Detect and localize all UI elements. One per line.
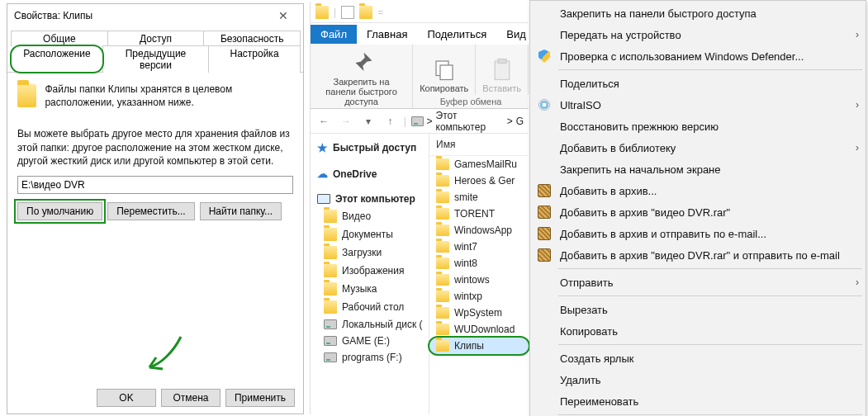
file-name: wintows: [454, 274, 490, 286]
pin-icon: [348, 50, 376, 75]
ctx-restore[interactable]: Восстановить прежнюю версию: [530, 116, 866, 137]
nav-this-pc[interactable]: Этот компьютер: [311, 191, 429, 207]
ribbon-pin-group[interactable]: Закрепить на панели быстрого доступа: [311, 45, 413, 108]
ctx-shortcut[interactable]: Создать ярлык: [530, 347, 866, 369]
file-row[interactable]: wint8: [429, 255, 529, 272]
location-path-input[interactable]: [17, 176, 293, 194]
folder-icon: [324, 300, 337, 314]
ctx-pin-start[interactable]: Закрепить на начальном экране: [530, 158, 866, 180]
folder-icon: [436, 175, 449, 187]
dialog-titlebar[interactable]: Свойства: Клипы ✕: [7, 4, 303, 27]
nav-music[interactable]: Музыка: [311, 280, 429, 298]
ctx-rename[interactable]: Переименовать: [530, 390, 866, 412]
cloud-icon: ☁: [317, 168, 328, 180]
move-button[interactable]: Переместить...: [107, 202, 195, 220]
file-row[interactable]: WindowsApp: [429, 222, 529, 239]
ctx-archive-named[interactable]: Добавить в архив "видео DVR.rar": [530, 201, 866, 223]
breadcrumb-root[interactable]: Этот компьютер: [436, 110, 504, 133]
folder-icon: [17, 84, 36, 107]
archive-icon: [538, 248, 551, 262]
ctx-defender[interactable]: Проверка с использованием Windows Defend…: [530, 45, 866, 67]
file-name: Heroes & Ger: [454, 175, 515, 187]
copy-icon: [430, 57, 458, 82]
nav-downloads[interactable]: Загрузки: [311, 243, 429, 262]
tab-general[interactable]: Общие: [11, 31, 108, 46]
tab-customize[interactable]: Настройка: [208, 45, 301, 73]
chevron-right-icon: ›: [856, 142, 859, 154]
ctx-share[interactable]: Поделиться: [530, 73, 866, 94]
ctx-archive[interactable]: Добавить в архив...: [530, 180, 866, 201]
ribbon-tab-file[interactable]: Файл: [311, 25, 357, 44]
file-row[interactable]: GamesMailRu: [429, 156, 529, 173]
file-row[interactable]: Клипы: [429, 338, 529, 354]
column-header-name[interactable]: Имя: [429, 134, 529, 156]
tab-location[interactable]: Расположение: [11, 45, 103, 73]
ok-button[interactable]: OK: [97, 389, 156, 407]
ribbon-tab-share[interactable]: Поделиться: [417, 25, 496, 44]
file-row[interactable]: WpSystem: [429, 305, 529, 321]
nav-documents[interactable]: Документы: [311, 225, 429, 243]
ctx-library[interactable]: Добавить в библиотеку›: [530, 137, 866, 158]
file-row[interactable]: TORENT: [429, 206, 529, 222]
navigation-pane: ★Быстрый доступ ☁OneDrive Этот компьютер…: [311, 134, 429, 414]
nav-local-disk[interactable]: Локальный диск (: [311, 316, 429, 333]
file-row[interactable]: wint7: [429, 239, 529, 255]
up-button[interactable]: ↑: [382, 112, 399, 130]
ribbon-tab-home[interactable]: Главная: [357, 25, 417, 44]
file-row[interactable]: Heroes & Ger: [429, 173, 529, 189]
file-row[interactable]: smite: [429, 189, 529, 206]
tab-security[interactable]: Безопасность: [203, 31, 301, 46]
ctx-cut[interactable]: Вырезать: [530, 299, 866, 320]
breadcrumb[interactable]: > Этот компьютер > G: [411, 110, 524, 133]
nav-images[interactable]: Изображения: [311, 262, 429, 280]
ctx-send-device[interactable]: Передать на устройство›: [530, 24, 866, 45]
folder-icon: [436, 258, 449, 269]
folder-icon: [436, 307, 449, 319]
ctx-copy[interactable]: Копировать: [530, 320, 866, 342]
menu-separator: [558, 69, 862, 70]
nav-game-drive[interactable]: GAME (E:): [311, 333, 429, 349]
qat-item-icon[interactable]: [341, 6, 354, 19]
qat-folder-icon[interactable]: [359, 6, 372, 19]
ribbon-copy[interactable]: Копировать: [413, 45, 476, 95]
tab-sharing[interactable]: Доступ: [107, 31, 205, 46]
properties-dialog: Свойства: Клипы ✕ Общие Доступ Безопасно…: [7, 3, 304, 414]
cancel-button[interactable]: Отмена: [161, 389, 221, 407]
nav-quick-access[interactable]: ★Быстрый доступ: [311, 139, 429, 157]
location-description-1: Файлы папки Клипы хранятся в целевом рас…: [45, 83, 293, 109]
menu-separator: [558, 268, 862, 269]
file-row[interactable]: wintxp: [429, 288, 529, 305]
menu-separator: [558, 295, 862, 296]
svg-rect-3: [498, 59, 506, 63]
ribbon-clipboard-caption: Буфер обмена: [413, 95, 529, 108]
nav-desktop[interactable]: Рабочий стол: [311, 298, 429, 316]
nav-programs-drive[interactable]: programs (F:): [311, 349, 429, 366]
ctx-ultraiso[interactable]: UltraISO›: [530, 94, 866, 116]
file-name: wint7: [454, 241, 477, 253]
ribbon: Закрепить на панели быстрого доступа Коп…: [311, 45, 529, 109]
nav-onedrive[interactable]: ☁OneDrive: [311, 165, 429, 182]
find-target-button[interactable]: Найти папку...: [200, 202, 282, 220]
file-name: WpSystem: [454, 307, 502, 319]
file-name: WindowsApp: [454, 225, 512, 236]
file-name: smite: [454, 191, 478, 203]
ribbon-paste-label: Вставить: [482, 83, 521, 93]
back-button[interactable]: ←: [315, 112, 333, 130]
ctx-pin-quick[interactable]: Закрепить на панели быстрого доступа: [530, 2, 866, 24]
file-row[interactable]: wintows: [429, 272, 529, 288]
file-row[interactable]: WUDownload: [429, 321, 529, 338]
forward-button[interactable]: →: [338, 112, 355, 130]
apply-button[interactable]: Применить: [225, 389, 295, 407]
tab-previous-versions[interactable]: Предыдущие версии: [102, 45, 209, 73]
recent-dropdown[interactable]: ▾: [359, 112, 377, 130]
folder-icon: [436, 340, 449, 352]
close-icon[interactable]: ✕: [267, 6, 300, 26]
ctx-send[interactable]: Отправить›: [530, 272, 866, 293]
ctx-archive-mail[interactable]: Добавить в архив и отправить по e-mail..…: [530, 223, 866, 244]
restore-default-button[interactable]: По умолчанию: [17, 202, 102, 220]
ctx-archive-named-mail[interactable]: Добавить в архив "видео DVR.rar" и отпра…: [530, 244, 866, 266]
nav-video[interactable]: Видео: [311, 207, 429, 225]
context-menu: Закрепить на панели быстрого доступа Пер…: [529, 0, 866, 416]
folder-icon: [436, 191, 449, 203]
ctx-delete[interactable]: Удалить: [530, 369, 866, 390]
